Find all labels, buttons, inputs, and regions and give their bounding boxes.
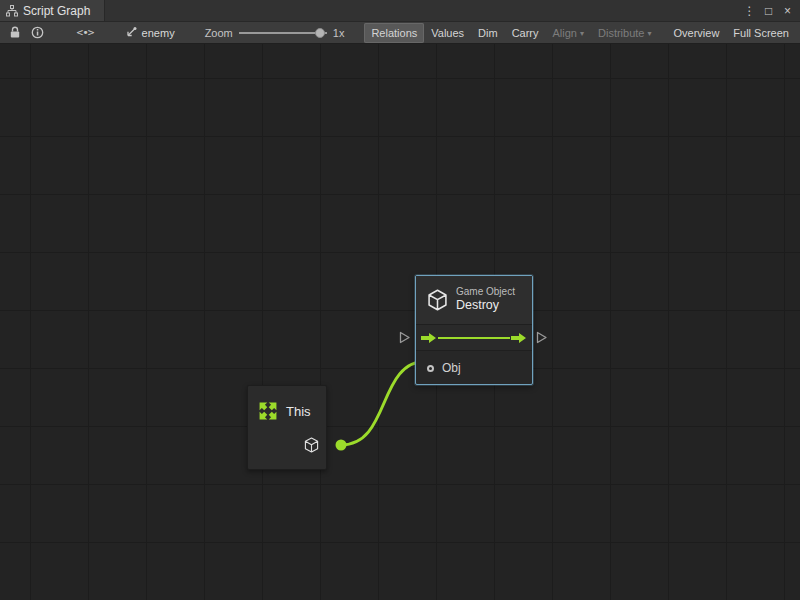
destroy-node-titles: Game Object Destroy [456,286,515,314]
flow-output-arrow-icon[interactable] [511,332,527,344]
this-node-title: This [286,404,311,419]
flow-input-arrow-icon[interactable] [421,332,437,344]
this-node[interactable]: This [247,385,327,470]
chevron-down-icon: ▾ [580,30,584,38]
zoom-value: 1x [333,27,345,39]
code-icon: <•> [77,26,94,39]
align-dropdown[interactable]: Align ▾ [546,23,591,43]
zoom-slider[interactable] [239,26,327,40]
connection-wire-layer [0,44,800,600]
inspect-button[interactable] [27,24,48,42]
obj-port-label: Obj [442,361,461,375]
tab-title: Script Graph [23,4,90,18]
kebab-menu-icon: ⋮ [744,4,756,18]
window-maximize-button[interactable]: □ [760,2,777,20]
window-menu-button[interactable]: ⋮ [741,2,758,20]
carry-toggle[interactable]: Carry [505,23,546,43]
tab-script-graph[interactable]: Script Graph [0,0,105,21]
move-arrows-icon [255,398,281,424]
destroy-node-flow-row [416,325,532,351]
toolbar-toggles: Relations Values Dim Carry Align ▾ Distr… [364,22,796,43]
destroy-node-title: Destroy [456,298,515,314]
overview-button[interactable]: Overview [667,23,727,43]
zoom-slider-knob[interactable] [315,28,325,38]
graph-canvas[interactable]: This Game Object Destroy [0,44,800,600]
obj-input-port[interactable] [427,365,434,372]
control-output-port-triangle[interactable] [536,331,548,344]
window-close-button[interactable]: × [779,2,796,20]
titlebar: Script Graph ⋮ □ × [0,0,800,22]
zoom-control: Zoom 1x [205,26,345,40]
zoom-label: Zoom [205,27,233,39]
fullscreen-button[interactable]: Full Screen [726,23,796,43]
titlebar-spacer [105,0,741,21]
align-label: Align [553,27,577,39]
info-icon [31,26,44,39]
this-node-header: This [248,386,326,424]
graph-window-icon [6,5,18,17]
relations-toggle[interactable]: Relations [364,23,424,43]
control-input-port-triangle[interactable] [399,331,411,344]
graph-breadcrumb[interactable]: enemy [124,27,175,39]
destroy-node-header: Game Object Destroy [416,276,532,325]
api-button[interactable]: <•> [74,24,95,42]
dim-toggle[interactable]: Dim [471,23,505,43]
destroy-node-obj-row: Obj [416,351,532,385]
graph-asset-icon [124,27,137,39]
chevron-down-icon: ▾ [647,30,651,38]
this-output-port [336,440,347,451]
titlebar-controls: ⋮ □ × [741,0,800,21]
maximize-icon: □ [765,4,772,18]
gameobject-cube-icon[interactable] [304,437,319,455]
destroy-node[interactable]: Game Object Destroy Obj [415,275,533,385]
lock-icon [9,26,21,39]
distribute-dropdown[interactable]: Distribute ▾ [591,23,658,43]
script-graph-window: Script Graph ⋮ □ × <•> [0,0,800,600]
zoom-slider-track [239,32,327,34]
destroy-node-category: Game Object [456,286,515,299]
graph-toolbar: <•> enemy Zoom 1x Relations Values D [0,22,800,44]
gameobject-cube-icon [427,289,448,311]
flow-relation-line [438,337,510,339]
lock-button[interactable] [4,24,25,42]
close-icon: × [784,4,791,18]
values-toggle[interactable]: Values [424,23,471,43]
distribute-label: Distribute [598,27,644,39]
graph-name: enemy [142,27,175,39]
